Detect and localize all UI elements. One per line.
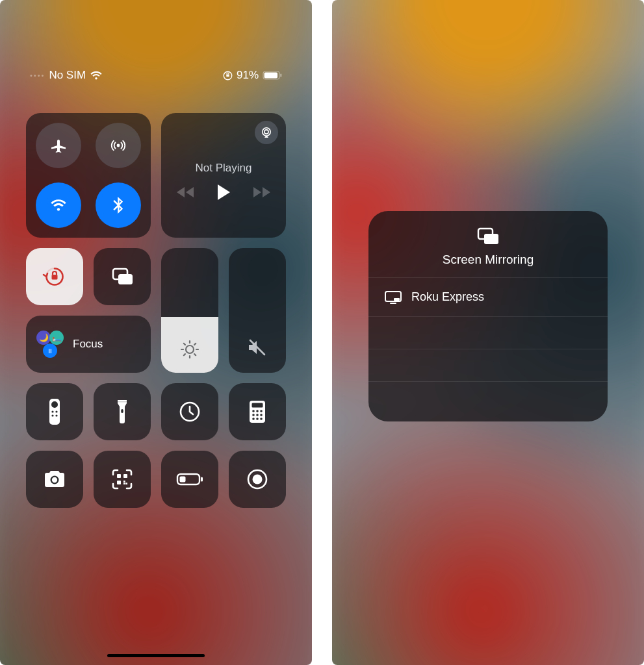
- svg-point-13: [51, 401, 58, 408]
- mirror-empty-row: [368, 381, 608, 414]
- airplay-audio-button[interactable]: [255, 121, 278, 144]
- control-center-grid: Not Playing: [26, 113, 286, 508]
- mute-icon: [229, 338, 286, 357]
- svg-point-28: [260, 414, 263, 416]
- volume-slider[interactable]: [229, 248, 286, 373]
- calculator-button[interactable]: [229, 383, 286, 440]
- svg-point-11: [186, 345, 194, 353]
- svg-point-15: [55, 410, 57, 412]
- media-title: Not Playing: [196, 162, 252, 175]
- svg-rect-39: [123, 483, 125, 484]
- status-bar: •••• No SIM 91%: [0, 69, 312, 82]
- cellular-data-toggle[interactable]: [96, 123, 141, 168]
- svg-rect-8: [52, 275, 58, 280]
- orientation-lock-button[interactable]: [26, 248, 83, 305]
- focus-icons: 🌙 🛏️ ⏸: [36, 331, 64, 358]
- media-module[interactable]: Not Playing: [161, 113, 286, 238]
- mirror-device-name: Roku Express: [411, 290, 484, 304]
- screen-record-button[interactable]: [229, 451, 286, 508]
- qr-scan-button[interactable]: [94, 451, 151, 508]
- svg-point-16: [51, 414, 53, 416]
- media-controls: [176, 184, 271, 201]
- airplane-mode-toggle[interactable]: [36, 123, 81, 168]
- svg-rect-1: [226, 74, 229, 77]
- wifi-status-icon: [90, 71, 103, 81]
- bluetooth-toggle[interactable]: [96, 182, 141, 228]
- svg-point-26: [252, 414, 255, 416]
- svg-point-25: [260, 410, 263, 412]
- focus-button[interactable]: 🌙 🛏️ ⏸ Focus: [26, 316, 151, 373]
- battery-icon: [263, 71, 282, 80]
- svg-rect-22: [252, 403, 263, 408]
- svg-rect-18: [121, 409, 123, 413]
- screen-mirroring-screenshot: Screen Mirroring Roku Express: [332, 0, 644, 665]
- svg-point-7: [264, 130, 268, 134]
- svg-point-27: [256, 414, 259, 416]
- svg-rect-38: [125, 483, 127, 484]
- svg-point-30: [256, 418, 259, 420]
- mirror-empty-row: [368, 349, 608, 381]
- home-indicator[interactable]: [107, 654, 205, 657]
- svg-rect-10: [118, 274, 133, 284]
- brightness-slider[interactable]: [161, 248, 218, 373]
- carrier-label: No SIM: [49, 69, 86, 82]
- forward-button[interactable]: [253, 186, 271, 198]
- screen-mirroring-title: Screen Mirroring: [443, 253, 534, 267]
- svg-rect-49: [390, 303, 396, 304]
- svg-rect-19: [118, 401, 127, 402]
- camera-button[interactable]: [26, 451, 83, 508]
- control-center-screenshot: •••• No SIM 91%: [0, 0, 312, 665]
- svg-rect-48: [394, 298, 400, 301]
- svg-point-17: [55, 414, 57, 416]
- play-button[interactable]: [216, 184, 231, 201]
- svg-point-5: [117, 144, 120, 147]
- wifi-toggle[interactable]: [36, 182, 81, 228]
- svg-rect-36: [117, 481, 121, 484]
- apple-tv-remote-button[interactable]: [26, 383, 83, 440]
- screen-mirroring-button[interactable]: [94, 248, 151, 305]
- svg-rect-42: [201, 477, 203, 482]
- battery-pct: 91%: [237, 69, 259, 82]
- focus-label: Focus: [73, 338, 103, 351]
- low-power-mode-button[interactable]: [161, 451, 218, 508]
- orientation-lock-status-icon: [223, 71, 233, 81]
- flashlight-button[interactable]: [94, 383, 151, 440]
- screen-mirroring-icon: [475, 227, 501, 246]
- svg-point-24: [256, 410, 259, 412]
- svg-point-23: [252, 410, 255, 412]
- svg-point-31: [260, 418, 263, 420]
- tv-icon: [384, 290, 402, 305]
- svg-rect-37: [123, 481, 125, 483]
- screen-mirroring-popup: Screen Mirroring Roku Express: [368, 211, 608, 421]
- cell-dots: ••••: [30, 71, 45, 79]
- svg-point-14: [51, 410, 53, 412]
- brightness-icon: [161, 339, 218, 360]
- svg-point-6: [263, 128, 270, 136]
- timer-button[interactable]: [161, 383, 218, 440]
- svg-rect-35: [123, 474, 127, 478]
- mirror-empty-row: [368, 316, 608, 349]
- svg-rect-3: [264, 73, 277, 79]
- mirror-device-row[interactable]: Roku Express: [368, 277, 608, 316]
- rewind-button[interactable]: [176, 186, 194, 198]
- svg-rect-46: [484, 234, 498, 244]
- svg-rect-4: [280, 74, 281, 77]
- svg-point-33: [52, 477, 57, 483]
- svg-point-44: [253, 475, 263, 484]
- svg-rect-34: [117, 474, 121, 478]
- connectivity-module[interactable]: [26, 113, 151, 238]
- svg-rect-41: [180, 477, 186, 483]
- svg-point-29: [252, 418, 255, 420]
